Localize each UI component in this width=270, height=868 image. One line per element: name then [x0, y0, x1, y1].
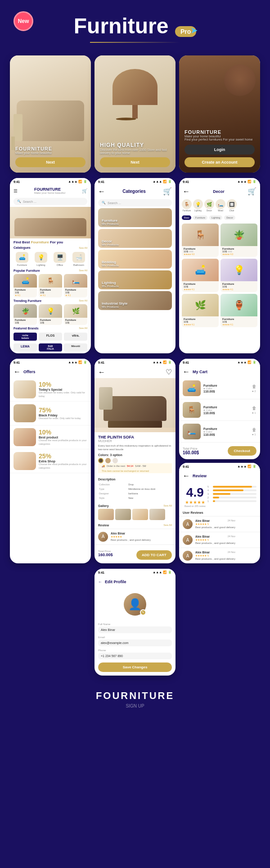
splash2-content: HIGH QUALITY Discover the best from over…: [94, 137, 176, 173]
filter-icon-4[interactable]: 🛏️ Wood: [216, 199, 225, 212]
review-see-all[interactable]: See All: [163, 524, 172, 527]
decor-product-6[interactable]: 🏺 Furniture 10$ ★★★★ 4.1: [220, 294, 257, 327]
brand-bb[interactable]: B&BITALIA: [39, 343, 62, 352]
splash3-login-button[interactable]: Login: [184, 145, 255, 155]
cart-title: My Cart: [193, 370, 207, 374]
brand-vitra[interactable]: vitra.: [64, 333, 87, 341]
filter-best[interactable]: Best: [182, 215, 191, 220]
cat-furniture-card[interactable]: Furniture 58+ Products: [98, 208, 172, 227]
filter-decor[interactable]: Decor: [224, 215, 235, 220]
name-label: Full Name: [98, 623, 172, 626]
trend-card-1[interactable]: 🪴 Furniture 10$: [14, 304, 37, 325]
splash3-register-button[interactable]: Create an Account: [184, 157, 255, 167]
checkout-button[interactable]: Checkout: [228, 446, 256, 456]
decor-back-icon[interactable]: ←: [183, 187, 190, 196]
filter-icon-1[interactable]: 🪑 Furniture: [182, 199, 192, 212]
splash1-next-button[interactable]: Next: [15, 157, 86, 167]
trend-card-2[interactable]: 💡 Furniture 10$: [39, 304, 62, 325]
offer-best[interactable]: 10% Best product Choose the most profita…: [10, 425, 91, 449]
status-bar-decor: 9:41 ▲▲▲ 📶 🔋: [179, 178, 260, 185]
cart-icon[interactable]: 🛒: [82, 188, 87, 193]
filter-lighting[interactable]: Lighting: [209, 215, 222, 220]
gallery-thumbnails: [98, 509, 172, 520]
catalogues-see-all[interactable]: See All: [79, 247, 87, 249]
save-profile-button[interactable]: Save Changes: [98, 662, 172, 672]
profile-back-icon[interactable]: ←: [98, 580, 102, 584]
cat-decor-card[interactable]: Decor 58+ Products: [98, 229, 172, 248]
gallery-thumb-1[interactable]: [98, 509, 114, 520]
add-to-cart-button[interactable]: ADD TO CART: [136, 550, 172, 560]
bar-5: 5: [207, 485, 256, 488]
offers-back-icon[interactable]: ←: [14, 368, 21, 376]
decor-product-2[interactable]: 🪴 Furniture 10$ 15$ ★★★★ 4.0: [220, 224, 257, 257]
review-user-3: A Alex Binar 24 Nov ★★★★★ 5 Best product…: [179, 548, 260, 563]
decor-cart-icon[interactable]: 🛒: [248, 187, 256, 196]
delete-item-1[interactable]: 🗑: [252, 384, 256, 389]
phone-input[interactable]: +1 234 567 890: [98, 653, 172, 659]
catalog-furniture[interactable]: 🛋️ Furniture: [14, 252, 31, 266]
product-card-3[interactable]: 🛏️ Furniture 10$ ★ 4.1: [64, 274, 87, 297]
brand-roche[interactable]: rochebobois: [14, 333, 37, 341]
cat-industrial-card[interactable]: Industrial Style 58+ Products: [98, 291, 172, 310]
filter-icon-5[interactable]: 🔲 Chair: [227, 199, 237, 212]
decor-title: Decor: [213, 189, 225, 194]
trending-see-all[interactable]: See All: [79, 299, 87, 302]
gallery-thumb-2[interactable]: [115, 509, 131, 520]
return-note: This item cannot be exchanged or returne…: [98, 469, 172, 473]
color-light[interactable]: [112, 458, 118, 463]
detail-fav-icon[interactable]: ♡: [166, 368, 172, 376]
brand-flos[interactable]: FLOS: [39, 333, 62, 341]
decor-product-4[interactable]: 💡 Furniture 10$ ★★★★ 4.1: [220, 259, 257, 292]
review-back-icon[interactable]: ←: [183, 472, 190, 480]
cat-lighting-card[interactable]: Lighting 35+ Products: [98, 270, 172, 289]
review-screen-title: Review: [193, 474, 207, 478]
menu-icon[interactable]: ☰: [14, 188, 18, 193]
name-input[interactable]: Alex Binar: [98, 626, 172, 633]
cat-bedding-card[interactable]: Bedding 58+ Products: [98, 250, 172, 269]
email-input[interactable]: alex@example.com: [98, 640, 172, 646]
cart-back-icon[interactable]: ←: [183, 368, 190, 376]
color-dark[interactable]: [98, 458, 104, 463]
detail-back-icon[interactable]: ←: [98, 368, 105, 376]
catalog-office[interactable]: 🖥️ Office: [51, 252, 68, 266]
filter-furniture[interactable]: Furniture: [193, 215, 207, 220]
review-screen: 9:41 ▲▲▲ 📶 🔋 ← Review 4.9 ★★★★★ Based on…: [179, 463, 260, 563]
gallery-thumb-3[interactable]: [132, 509, 148, 520]
gallery-see-all[interactable]: See All: [163, 504, 172, 509]
profile-avatar-section: 👤 ✎: [94, 588, 176, 619]
product-card-2[interactable]: 🪑 Furniture 10$ ★ 4.1: [39, 274, 62, 297]
brands-see-all[interactable]: See All: [79, 327, 87, 330]
popular-see-all[interactable]: See All: [79, 269, 87, 272]
bottom-signup[interactable]: SIGN UP: [16, 704, 254, 708]
profile-edit-dot[interactable]: ✎: [140, 609, 146, 616]
offer-extra[interactable]: 25% Extra Shop Choose the most profitabl…: [10, 449, 91, 473]
catalog-bathroom[interactable]: 🛁 Bathroom: [70, 252, 87, 266]
decor-product-5[interactable]: 🌿 Furniture 10$ ★★★★ 4.1: [182, 294, 219, 327]
decor-product-3[interactable]: 🛋️ Furniture 10$ ★★★★ 4.1: [182, 259, 219, 292]
bottom-brand-name: FOURNITURE: [16, 690, 254, 702]
filter-icon-3[interactable]: 🌿 Decor: [204, 199, 214, 212]
back-icon[interactable]: ←: [98, 187, 105, 196]
trend-card-3[interactable]: 🌿 Furniture 10$: [64, 304, 87, 325]
delete-item-3[interactable]: 🗑: [252, 427, 256, 432]
brand-minotti[interactable]: Minotti: [64, 343, 87, 352]
cat-cart-icon[interactable]: 🛒: [163, 187, 172, 196]
brand-lema[interactable]: LEMA: [14, 343, 37, 352]
product-card-1[interactable]: 🛋️ Furniture 10$ ★ 4.1: [14, 274, 37, 297]
gallery-thumb-4[interactable]: [149, 509, 165, 520]
delete-item-2[interactable]: 🗑: [252, 406, 256, 411]
color-tan[interactable]: [105, 458, 111, 463]
reviewer-avatar: A: [98, 532, 108, 542]
splash2-next-button[interactable]: Next: [100, 157, 170, 167]
offer-today[interactable]: 10% Today's Special Get discount for eve…: [10, 378, 91, 402]
find-best-title: Find Best Fourniture For you: [10, 238, 91, 245]
offer-blackfriday[interactable]: 75% Black Friday Discount for order. Onl…: [10, 402, 91, 425]
review-label: Review: [98, 524, 109, 527]
decor-product-1[interactable]: 🪑 Furniture 10$ 15$ ★★★★ 4.0: [182, 224, 219, 257]
new-badge: New: [14, 11, 33, 31]
cat-search[interactable]: 🔍 Search ...: [98, 199, 172, 206]
catalog-lighting[interactable]: 💡 Lighting: [32, 252, 50, 266]
home-search[interactable]: 🔍 Search ...: [14, 198, 87, 205]
filter-icon-2[interactable]: 💡 Lighting: [193, 199, 203, 212]
profile-row: 9:41 ▲▲▲ 📶 🔋 ← Edit Profile 👤 ✎ Full Nam…: [7, 569, 263, 676]
